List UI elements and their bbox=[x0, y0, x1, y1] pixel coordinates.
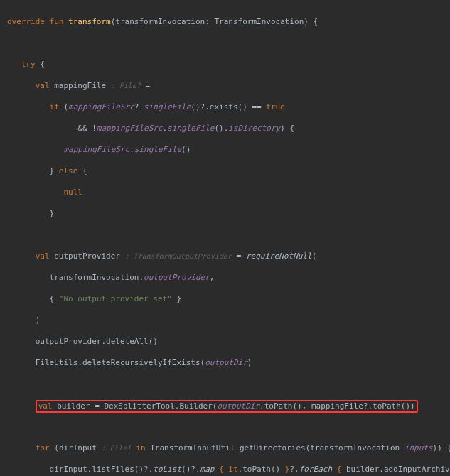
code-line: val outputProvider : TransformOutputProv… bbox=[7, 251, 450, 261]
code-line: } else { bbox=[7, 166, 450, 176]
code-line: for (dirInput : File! in TransformInputU… bbox=[7, 443, 450, 453]
code-line: } bbox=[7, 208, 450, 219]
code-editor[interactable]: override fun transform(transformInvocati… bbox=[0, 0, 450, 476]
code-line: FileUtils.deleteRecursivelyIfExists(outp… bbox=[7, 357, 450, 368]
code-line: if (mappingFileSrc?.singleFile()?.exists… bbox=[7, 102, 450, 112]
code-line: transformInvocation.outputProvider, bbox=[7, 272, 450, 283]
code-line: && !mappingFileSrc.singleFile().isDirect… bbox=[7, 123, 450, 134]
code-line: val mappingFile : File? = bbox=[7, 80, 450, 91]
code-line: mappingFileSrc.singleFile() bbox=[7, 144, 450, 155]
code-line: dirInput.listFiles()?.toList()?.map { it… bbox=[7, 464, 450, 475]
code-line: ) bbox=[7, 315, 450, 325]
code-line: null bbox=[7, 187, 450, 198]
code-line: { "No output provider set" } bbox=[7, 293, 450, 304]
highlighted-line: val builder = DexSplitterTool.Builder(ou… bbox=[7, 400, 450, 411]
code-line: try { bbox=[7, 59, 450, 70]
code-line: outputProvider.deleteAll() bbox=[7, 336, 450, 347]
code-line: override fun transform(transformInvocati… bbox=[7, 16, 450, 27]
